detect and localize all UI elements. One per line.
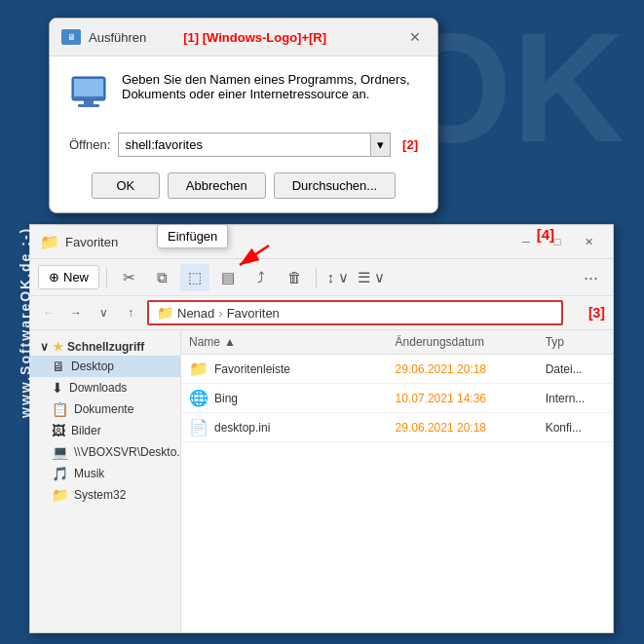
file-type-bing: Intern... — [538, 390, 613, 407]
sidebar-item-pictures[interactable]: 🖼 Bilder — [30, 420, 180, 441]
file-row-favoritenleiste[interactable]: 📁 Favoritenleiste 29.06.2021 20:18 Datei… — [181, 355, 613, 384]
file-row-desktopini[interactable]: 📄 desktop.ini 29.06.2021 20:18 Konfi... — [181, 413, 613, 442]
explorer-window: 📁 Favoriten ─ □ ✕ Einfügen [4] — [29, 224, 614, 633]
sidebar-pictures-label: Bilder — [71, 424, 101, 437]
star-icon: ★ — [53, 340, 63, 354]
toolbar-copy-button[interactable]: ⧉ — [147, 264, 176, 291]
pictures-icon: 🖼 — [52, 423, 65, 438]
explorer-window-controls: ─ □ ✕ — [511, 231, 603, 252]
toolbar-separator-2 — [316, 268, 317, 287]
label-4: [4] — [537, 226, 554, 243]
col-header-date[interactable]: Änderungsdatum — [388, 332, 538, 352]
run-dialog-input[interactable] — [119, 133, 370, 156]
run-dialog-dropdown-button[interactable]: ▾ — [370, 133, 390, 156]
run-dialog-input-wrap: ▾ — [118, 133, 391, 157]
downloads-icon: ⬇ — [52, 380, 63, 396]
col-header-type[interactable]: Typ — [538, 332, 613, 352]
toolbar-more-button[interactable]: ⋯ — [576, 264, 605, 291]
run-dialog-ok-button[interactable]: OK — [92, 172, 160, 199]
explorer-title-text: Favoriten — [65, 235, 118, 249]
run-dialog-input-row: Öffnen: ▾ [2] — [50, 123, 437, 163]
address-box[interactable]: 📁 Nenad › Favoriten — [147, 300, 563, 325]
desktop-icon: 🖥 — [52, 359, 65, 374]
file-date-desktopini: 29.06.2021 20:18 — [388, 419, 538, 436]
nav-forward-button[interactable]: → — [65, 302, 87, 323]
quick-access-group: ∨ ★ Schnellzugriff 🖥 Desktop ⬇ Downloads… — [30, 334, 180, 508]
run-dialog-icon: 🖥 — [61, 29, 81, 45]
quick-access-header[interactable]: ∨ ★ Schnellzugriff — [30, 336, 180, 356]
col-sort-icon: ▲ — [224, 335, 236, 349]
cut-icon: ✂ — [123, 269, 135, 286]
network-icon: 💻 — [52, 444, 68, 460]
address-path-nenad: Nenad — [177, 306, 214, 321]
run-dialog-title: Ausführen — [89, 30, 146, 45]
new-label: New — [63, 270, 89, 284]
explorer-sidebar: ∨ ★ Schnellzugriff 🖥 Desktop ⬇ Downloads… — [30, 330, 181, 632]
nav-up-button[interactable]: ↑ — [120, 302, 141, 323]
svg-rect-3 — [78, 104, 99, 107]
file-row-bing[interactable]: 🌐 Bing 10.07.2021 14:36 Intern... — [181, 384, 613, 413]
sidebar-music-label: Musik — [74, 467, 104, 480]
sidebar-item-desktop[interactable]: 🖥 Desktop — [30, 356, 180, 377]
sidebar-item-music[interactable]: 🎵 Musik — [30, 463, 180, 484]
explorer-titlebar: 📁 Favoriten ─ □ ✕ — [30, 225, 613, 259]
file-name-desktopini: 📄 desktop.ini — [181, 416, 388, 438]
run-dialog: 🖥 Ausführen [1] [Windows-Logo]+[R] ✕ Geb… — [49, 18, 438, 213]
toolbar-new-button[interactable]: ⊕ New — [38, 265, 99, 289]
quick-access-label: Schnellzugriff — [67, 340, 144, 354]
address-folder-icon: 📁 — [157, 305, 173, 321]
file-type-desktopini: Konfi... — [538, 419, 613, 436]
toolbar-view-button[interactable]: ☰ ∨ — [357, 264, 386, 291]
folder-icon-favoritenleiste: 📁 — [189, 360, 208, 378]
address-separator: › — [218, 306, 222, 321]
toolbar-cut-button[interactable]: ✂ — [114, 264, 143, 291]
run-dialog-desc-line2: Dokuments oder einer Internetressource a… — [122, 87, 410, 101]
config-icon-desktopini: 📄 — [189, 418, 208, 436]
filelist-header: Name ▲ Änderungsdatum Typ — [181, 330, 613, 355]
explorer-toolbar: Einfügen [4] ⊕ New ✂ ⧉ ⬚ — [30, 259, 613, 296]
sidebar-item-documents[interactable]: 📋 Dokumente — [30, 398, 180, 420]
nav-back-button[interactable]: ← — [38, 302, 59, 323]
explorer-addressbar: ← → ∨ ↑ 📁 Nenad › Favoriten [3] — [30, 296, 613, 330]
toolbar-sort-button[interactable]: ↕ ∨ — [323, 264, 353, 291]
toolbar-delete-button[interactable]: 🗑 — [280, 264, 309, 291]
run-dialog-prog-icon — [69, 72, 108, 111]
paste-icon: ⬚ — [188, 269, 202, 286]
more-icon: ⋯ — [584, 269, 598, 286]
filename-favoritenleiste: Favoritenleiste — [214, 362, 290, 376]
toolbar-paste-button[interactable]: ⬚ — [180, 264, 209, 291]
copy-icon: ⧉ — [157, 269, 168, 286]
toolbar-separator-1 — [106, 268, 107, 287]
paste-tooltip: Einfügen — [157, 224, 228, 248]
address-path-favoriten: Favoriten — [227, 306, 280, 321]
sidebar-item-vboxsvr[interactable]: 💻 \\VBOXSVR\Deskto... — [30, 441, 180, 463]
sidebar-item-downloads[interactable]: ⬇ Downloads — [30, 377, 180, 398]
run-dialog-cancel-button[interactable]: Abbrechen — [168, 172, 266, 199]
sidebar-item-system32[interactable]: 📁 System32 — [30, 484, 180, 506]
explorer-close-button[interactable]: ✕ — [574, 231, 603, 252]
file-name-favoritenleiste: 📁 Favoritenleiste — [181, 358, 388, 380]
col-name-label: Name — [189, 335, 220, 349]
col-header-name[interactable]: Name ▲ — [181, 332, 388, 352]
run-dialog-desc-line1: Geben Sie den Namen eines Programms, Ord… — [122, 72, 410, 87]
music-icon: 🎵 — [52, 466, 68, 481]
address-label-3: [3] — [588, 305, 605, 321]
paste-arrow — [220, 242, 279, 274]
web-icon-bing: 🌐 — [189, 389, 208, 407]
run-dialog-title-area: 🖥 Ausführen [1] [Windows-Logo]+[R] — [61, 29, 326, 45]
run-dialog-body: Geben Sie den Namen eines Programms, Ord… — [50, 57, 437, 123]
system32-icon: 📁 — [52, 487, 68, 503]
run-dialog-browse-button[interactable]: Durchsuchen... — [274, 172, 396, 199]
explorer-title-left: 📁 Favoriten — [40, 233, 118, 251]
expand-icon: ∨ — [40, 340, 49, 354]
file-name-bing: 🌐 Bing — [181, 387, 388, 409]
documents-icon: 📋 — [52, 401, 68, 417]
run-dialog-input-number-label: [2] — [402, 137, 418, 152]
run-dialog-open-label: Öffnen: — [69, 137, 110, 152]
sidebar-desktop-label: Desktop — [71, 360, 114, 373]
run-dialog-shortcut: [1] [Windows-Logo]+[R] — [183, 30, 326, 45]
nav-dropdown-button[interactable]: ∨ — [93, 302, 114, 323]
sidebar-vboxsvr-label: \\VBOXSVR\Deskto... — [74, 445, 180, 459]
explorer-filelist: Name ▲ Änderungsdatum Typ 📁 Favoritenlei… — [181, 330, 613, 632]
run-dialog-close-button[interactable]: ✕ — [404, 26, 426, 48]
